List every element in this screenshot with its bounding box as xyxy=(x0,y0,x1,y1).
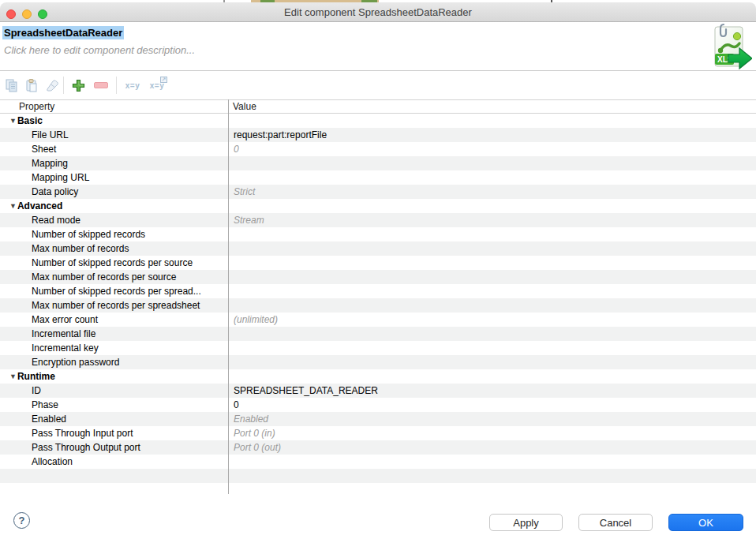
table-row[interactable]: Sheet0 xyxy=(0,142,756,156)
paste-icon xyxy=(25,79,38,92)
table-row[interactable]: Phase0 xyxy=(0,398,756,412)
table-row[interactable]: Mapping URL xyxy=(0,170,756,185)
section-label: Runtime xyxy=(17,371,55,382)
section-label: Advanced xyxy=(17,200,62,211)
table-row[interactable]: Number of skipped records per spread... xyxy=(0,284,756,298)
property-label: Pass Through Input port xyxy=(0,428,133,439)
property-value[interactable]: SPREADSHEET_DATA_READER xyxy=(228,384,756,398)
copy-button[interactable] xyxy=(5,77,19,93)
dialog-window: Edit component SpreadsheetDataReader Spr… xyxy=(0,2,756,539)
grid-header-row: Property Value xyxy=(0,99,756,114)
table-row[interactable]: Incremental key xyxy=(0,341,756,355)
table-row[interactable]: Data policyStrict xyxy=(0,185,756,199)
table-row[interactable]: Max number of records per source xyxy=(0,270,756,284)
property-value[interactable] xyxy=(228,298,756,313)
table-row[interactable]: Number of skipped records xyxy=(0,227,756,241)
table-row[interactable]: EnabledEnabled xyxy=(0,412,756,426)
property-value[interactable] xyxy=(228,227,756,241)
table-row[interactable]: File URLrequest:part:reportFile xyxy=(0,128,756,142)
column-divider[interactable] xyxy=(228,99,229,494)
property-value[interactable] xyxy=(228,284,756,298)
property-value[interactable] xyxy=(228,256,756,270)
property-label: Number of skipped records per spread... xyxy=(0,286,201,297)
table-row[interactable]: Allocation xyxy=(0,455,756,469)
table-row[interactable]: IDSPREADSHEET_DATA_READER xyxy=(0,384,756,398)
properties-grid: Property Value ▼BasicFile URLrequest:par… xyxy=(0,99,756,483)
empty-row[interactable] xyxy=(0,469,756,483)
cancel-button[interactable]: Cancel xyxy=(578,514,653,531)
property-cell xyxy=(0,469,228,483)
property-column-header[interactable]: Property xyxy=(0,100,228,113)
property-cell: Number of skipped records xyxy=(0,227,228,241)
property-value[interactable] xyxy=(228,341,756,355)
property-value[interactable]: request:part:reportFile xyxy=(228,128,756,142)
property-cell: Max number of records per source xyxy=(0,270,228,284)
collapse-triangle-icon[interactable]: ▼ xyxy=(0,199,17,213)
section-row[interactable]: ▼Basic xyxy=(0,114,756,128)
component-description-field[interactable]: Click here to edit component description… xyxy=(4,44,195,56)
simple-value-assignment-button[interactable]: x=y xyxy=(122,77,143,93)
erase-button[interactable] xyxy=(43,77,59,93)
toolbar-separator xyxy=(63,77,64,94)
property-value[interactable] xyxy=(228,327,756,341)
property-cell: Number of skipped records per spread... xyxy=(0,284,228,298)
property-value[interactable] xyxy=(228,156,756,170)
section-row[interactable]: ▼Advanced xyxy=(0,199,756,213)
table-row[interactable]: Max number of records xyxy=(0,241,756,256)
property-value[interactable] xyxy=(228,369,756,384)
table-row[interactable]: Max number of records per spreadsheet xyxy=(0,298,756,313)
value-column-header[interactable]: Value xyxy=(228,100,756,113)
add-property-button[interactable] xyxy=(69,77,87,93)
table-row[interactable]: Pass Through Output portPort 0 (out) xyxy=(0,440,756,455)
table-row[interactable]: Number of skipped records per source xyxy=(0,256,756,270)
property-value[interactable] xyxy=(228,241,756,256)
property-label: Mapping URL xyxy=(0,172,89,183)
help-button[interactable]: ? xyxy=(13,512,30,529)
property-label: Number of skipped records per source xyxy=(0,257,193,268)
property-value[interactable] xyxy=(228,199,756,213)
collapse-triangle-icon[interactable]: ▼ xyxy=(0,114,17,128)
property-cell: Max number of records xyxy=(0,241,228,256)
property-value[interactable] xyxy=(228,114,756,128)
property-value[interactable]: 0 xyxy=(228,398,756,412)
x-equals-y-icon: x=y xyxy=(125,81,140,90)
table-row[interactable]: Pass Through Input portPort 0 (in) xyxy=(0,426,756,440)
remove-property-button[interactable] xyxy=(92,77,110,93)
property-value[interactable]: Strict xyxy=(228,185,756,199)
property-value[interactable]: Port 0 (out) xyxy=(228,440,756,455)
property-value[interactable]: 0 xyxy=(228,142,756,156)
title-bar[interactable]: Edit component SpreadsheetDataReader xyxy=(0,2,756,22)
export-value-assignment-button[interactable]: x=y↗ xyxy=(147,77,167,93)
property-label: Read mode xyxy=(0,215,80,226)
table-row[interactable]: Max error count(unlimited) xyxy=(0,313,756,327)
property-cell: Enabled xyxy=(0,412,228,426)
property-value[interactable] xyxy=(228,355,756,369)
property-cell: Pass Through Output port xyxy=(0,440,228,455)
property-label: Sheet xyxy=(0,144,56,155)
apply-button[interactable]: Apply xyxy=(489,514,563,531)
component-name-field[interactable]: SpreadsheetDataReader xyxy=(2,26,124,39)
property-cell: Allocation xyxy=(0,455,228,469)
collapse-triangle-icon[interactable]: ▼ xyxy=(0,369,17,384)
property-value[interactable] xyxy=(228,170,756,185)
property-value[interactable]: (unlimited) xyxy=(228,313,756,327)
ok-button[interactable]: OK xyxy=(668,514,743,531)
table-row[interactable]: Read modeStream xyxy=(0,213,756,227)
table-row[interactable]: Encryption password xyxy=(0,355,756,369)
table-row[interactable]: Mapping xyxy=(0,156,756,170)
property-label: Max number of records xyxy=(0,243,129,254)
property-value[interactable] xyxy=(228,469,756,483)
table-row[interactable]: Incremental file xyxy=(0,327,756,341)
property-cell: Max error count xyxy=(0,313,228,327)
section-row[interactable]: ▼Runtime xyxy=(0,369,756,384)
minus-icon xyxy=(94,82,108,88)
property-value[interactable] xyxy=(228,270,756,284)
property-value[interactable]: Stream xyxy=(228,213,756,227)
property-value[interactable]: Port 0 (in) xyxy=(228,426,756,440)
property-value[interactable] xyxy=(228,455,756,469)
property-value[interactable]: Enabled xyxy=(228,412,756,426)
property-cell: ▼Runtime xyxy=(0,369,228,384)
property-cell: Mapping xyxy=(0,156,228,170)
property-cell: Encryption password xyxy=(0,355,228,369)
paste-button[interactable] xyxy=(24,77,39,93)
